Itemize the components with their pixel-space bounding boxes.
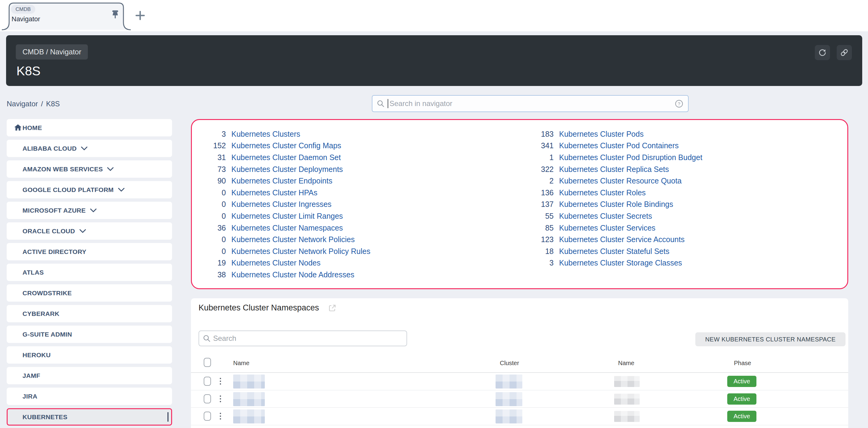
sidebar-item-label: GOOGLE CLOUD PLATFORM [23, 186, 114, 194]
redacted-cluster-cell [496, 409, 522, 423]
ci-count: 2 [520, 176, 554, 185]
ci-count-row: 123 Kubernetes Cluster Service Accounts [520, 234, 847, 245]
ci-count-row: 36 Kubernetes Cluster Namespaces [192, 222, 520, 234]
phase-badge: Active [727, 393, 756, 405]
row-checkbox[interactable] [204, 377, 211, 386]
sidebar-item-alibaba-cloud[interactable]: ALIBABA CLOUD [7, 140, 172, 157]
table-search [198, 330, 407, 346]
help-icon[interactable]: ? [675, 100, 683, 108]
ci-type-link[interactable]: Kubernetes Cluster Storage Classes [559, 259, 682, 267]
ci-type-link[interactable]: Kubernetes Cluster Resource Quota [559, 176, 682, 185]
row-checkbox[interactable] [204, 394, 211, 403]
ci-count-row: 18 Kubernetes Cluster Stateful Sets [520, 245, 847, 257]
ci-type-link[interactable]: Kubernetes Cluster Endpoints [231, 176, 332, 185]
sidebar-item-active-directory[interactable]: ACTIVE DIRECTORY [7, 243, 172, 260]
tab-app-badge: CMDB [11, 5, 35, 14]
links-column-left: 3 Kubernetes Clusters 152 Kubernetes Clu… [192, 128, 520, 281]
ci-count-row: 19 Kubernetes Cluster Nodes [192, 257, 520, 269]
k8s-links-panel: 3 Kubernetes Clusters 152 Kubernetes Clu… [191, 119, 848, 289]
ci-type-link[interactable]: Kubernetes Cluster Config Maps [231, 141, 341, 150]
sidebar-item-crowdstrike[interactable]: CROWDSTRIKE [7, 284, 172, 302]
sidebar-item-google-cloud-platform[interactable]: GOOGLE CLOUD PLATFORM [7, 181, 172, 198]
ci-count: 152 [192, 141, 226, 150]
ci-type-link[interactable]: Kubernetes Cluster Secrets [559, 212, 652, 221]
column-header-cluster[interactable]: Cluster [500, 360, 519, 367]
ci-type-link[interactable]: Kubernetes Cluster Network Policies [231, 235, 355, 244]
page-title: K8S [17, 64, 40, 78]
ci-type-link[interactable]: Kubernetes Cluster Pod Containers [559, 141, 679, 150]
sidebar-item-jamf[interactable]: JAMF [7, 367, 172, 384]
sidebar-item-label: ORACLE CLOUD [23, 228, 75, 235]
sidebar-item-jira[interactable]: JIRA [7, 388, 172, 405]
breadcrumb-navigator[interactable]: Navigator [7, 100, 38, 108]
kebab-menu-icon[interactable] [219, 377, 222, 386]
sidebar-item-kubernetes[interactable]: KUBERNETES [7, 408, 172, 426]
ci-count: 31 [192, 153, 226, 162]
pin-icon[interactable] [111, 10, 120, 21]
ci-type-link[interactable]: Kubernetes Cluster Deployments [231, 165, 343, 174]
ci-count-row: 183 Kubernetes Cluster Pods [520, 128, 847, 140]
kebab-menu-icon[interactable] [219, 395, 222, 404]
ci-count-row: 3 Kubernetes Clusters [192, 128, 520, 140]
ci-type-link[interactable]: Kubernetes Cluster Namespaces [231, 224, 343, 232]
navigator-search-input[interactable] [390, 99, 675, 108]
ci-type-link[interactable]: Kubernetes Cluster Roles [559, 188, 646, 197]
new-namespace-button[interactable]: NEW KUBERNETES CLUSTER NAMESPACE [695, 332, 845, 346]
breadcrumb-chip[interactable]: CMDB / Navigator [16, 44, 88, 60]
ci-count: 18 [520, 247, 554, 256]
search-icon [203, 334, 211, 342]
external-link-icon[interactable] [328, 304, 336, 312]
ci-type-link[interactable]: Kubernetes Cluster Daemon Set [231, 153, 341, 162]
ci-type-link[interactable]: Kubernetes Cluster HPAs [231, 188, 317, 197]
ci-type-link[interactable]: Kubernetes Cluster Replica Sets [559, 165, 669, 174]
browser-tab-strip: CMDB Navigator [0, 0, 868, 31]
ci-type-link[interactable]: Kubernetes Cluster Stateful Sets [559, 247, 670, 256]
chevron-down-icon [90, 208, 97, 212]
table-search-input[interactable] [213, 334, 406, 343]
page-header: CMDB / Navigator K8S [6, 35, 862, 86]
column-header-phase[interactable]: Phase [734, 360, 751, 367]
ci-count: 136 [520, 188, 554, 197]
sidebar-item-atlas[interactable]: ATLAS [7, 264, 172, 281]
ci-count-row: 38 Kubernetes Cluster Node Addresses [192, 269, 520, 281]
ci-type-link[interactable]: Kubernetes Cluster Service Accounts [559, 235, 685, 244]
ci-type-link[interactable]: Kubernetes Cluster Limit Ranges [231, 212, 343, 221]
sidebar-item-microsoft-azure[interactable]: MICROSOFT AZURE [7, 202, 172, 219]
refresh-button[interactable] [815, 45, 830, 60]
ci-count: 3 [520, 259, 554, 267]
ci-count: 85 [520, 224, 554, 232]
sidebar-item-home[interactable]: HOME [7, 119, 172, 136]
ci-type-link[interactable]: Kubernetes Cluster Ingresses [231, 200, 331, 209]
ci-type-link[interactable]: Kubernetes Cluster Pod Disruption Budget [559, 153, 702, 162]
select-all-checkbox[interactable] [204, 358, 211, 367]
sidebar-item-label: JIRA [23, 393, 37, 400]
column-header-name[interactable]: Name [233, 360, 249, 367]
new-tab-plus-icon[interactable] [135, 10, 145, 21]
sidebar-item-oracle-cloud[interactable]: ORACLE CLOUD [7, 222, 172, 240]
row-checkbox[interactable] [204, 411, 211, 421]
ci-type-link[interactable]: Kubernetes Cluster Network Policy Rules [231, 247, 370, 256]
sidebar-item-label: ATLAS [23, 269, 44, 276]
ci-type-link[interactable]: Kubernetes Cluster Pods [559, 130, 644, 138]
kebab-menu-icon[interactable] [219, 412, 222, 421]
breadcrumb-k8s[interactable]: K8S [46, 100, 60, 108]
breadcrumb: Navigator/K8S [7, 100, 60, 108]
ci-type-link[interactable]: Kubernetes Cluster Services [559, 224, 655, 232]
redacted-name-cell [233, 409, 265, 423]
column-header-name-2[interactable]: Name [618, 360, 634, 367]
table-row: Active [191, 373, 848, 390]
redacted-name-cell [233, 392, 265, 406]
sidebar-item-label: CROWDSTRIKE [23, 290, 72, 297]
sidebar-item-g-suite-admin[interactable]: G-SUITE ADMIN [7, 326, 172, 343]
ci-type-link[interactable]: Kubernetes Clusters [231, 130, 300, 138]
permalink-button[interactable] [837, 45, 852, 60]
sidebar-item-cyberark[interactable]: CYBERARK [7, 305, 172, 322]
sidebar-item-label: HOME [23, 124, 42, 132]
ci-type-link[interactable]: Kubernetes Cluster Nodes [231, 259, 320, 267]
sidebar-item-amazon-web-services[interactable]: AMAZON WEB SERVICES [7, 160, 172, 178]
ci-type-link[interactable]: Kubernetes Cluster Node Addresses [231, 270, 354, 279]
ci-count-row: 0 Kubernetes Cluster Network Policy Rule… [192, 245, 520, 257]
ci-count-row: 3 Kubernetes Cluster Storage Classes [520, 257, 847, 269]
sidebar-item-heroku[interactable]: HEROKU [7, 346, 172, 364]
ci-type-link[interactable]: Kubernetes Cluster Role Bindings [559, 200, 673, 209]
